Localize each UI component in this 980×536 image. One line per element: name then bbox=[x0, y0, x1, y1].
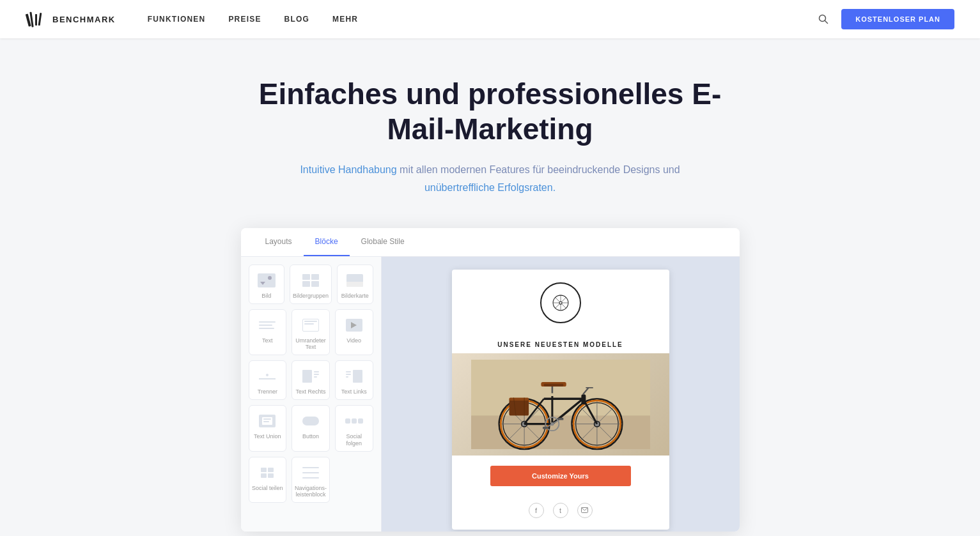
social-follow-icon bbox=[343, 412, 366, 430]
nav-item-blog[interactable]: BLOG bbox=[284, 15, 309, 24]
svg-rect-55 bbox=[509, 397, 529, 400]
kostenloser-plan-button[interactable]: KOSTENLOSER PLAN bbox=[841, 9, 954, 29]
bordered-text-icon bbox=[299, 316, 322, 334]
tab-blocke[interactable]: Blöcke bbox=[304, 228, 350, 256]
editor-body: Bild Bildergruppen bbox=[241, 257, 740, 532]
image-icon bbox=[255, 272, 278, 289]
block-text-links-label: Text Links bbox=[341, 388, 367, 395]
video-icon bbox=[343, 316, 366, 334]
block-row-4: Text Union Button bbox=[249, 405, 373, 452]
nav-icon bbox=[299, 464, 322, 482]
block-navigation[interactable]: Navigations-leistenblock bbox=[292, 457, 330, 503]
email-title-section: UNSERE NEUESTEN MODELLE bbox=[452, 336, 669, 353]
wheel-svg bbox=[552, 294, 570, 312]
email-preview: UNSERE NEUESTEN MODELLE bbox=[382, 257, 740, 532]
svg-rect-17 bbox=[471, 415, 650, 449]
block-text-union[interactable]: Text Union bbox=[249, 405, 287, 452]
tab-globale-stile[interactable]: Globale Stile bbox=[350, 228, 416, 256]
text-right-icon bbox=[299, 367, 322, 385]
svg-rect-3 bbox=[38, 13, 42, 26]
svg-line-5 bbox=[825, 21, 828, 24]
svg-line-13 bbox=[562, 304, 566, 309]
svg-line-15 bbox=[555, 304, 559, 309]
nav-item-preise[interactable]: PREISE bbox=[228, 15, 261, 24]
block-bild-label: Bild bbox=[261, 293, 271, 300]
block-social-folgen[interactable]: Social folgen bbox=[335, 405, 373, 452]
block-row-5: Social teilen Navigations-leistenblock bbox=[249, 457, 373, 503]
svg-rect-61 bbox=[543, 427, 548, 429]
twitter-icon[interactable]: t bbox=[553, 503, 568, 518]
block-text-label: Text bbox=[262, 337, 273, 344]
subtitle-middle: mit allen modernen Features für beeindru… bbox=[400, 164, 680, 175]
block-text[interactable]: Text bbox=[249, 309, 287, 356]
email-logo-section bbox=[452, 270, 669, 336]
logo-text: BENCHMARK bbox=[52, 15, 116, 24]
editor-mockup: Layouts Blöcke Globale Stile Bild bbox=[241, 228, 740, 532]
subtitle-blue-handhabung: Intuitive Handhabung bbox=[300, 164, 396, 175]
text-icon bbox=[256, 316, 279, 334]
subtitle-blue-erfolg: unübertreffliche Erfolgsraten. bbox=[424, 182, 556, 193]
logo-icon bbox=[26, 9, 46, 29]
bicycle-stamp bbox=[540, 282, 581, 323]
main-nav: FUNKTIONEN PREISE BLOG MEHR bbox=[148, 15, 819, 24]
block-video[interactable]: Video bbox=[335, 309, 373, 356]
tab-layouts[interactable]: Layouts bbox=[254, 228, 304, 256]
button-icon bbox=[299, 412, 322, 430]
email-card-title: UNSERE NEUESTEN MODELLE bbox=[462, 341, 659, 348]
block-bild[interactable]: Bild bbox=[249, 264, 284, 304]
block-video-label: Video bbox=[346, 337, 361, 344]
block-button[interactable]: Button bbox=[292, 405, 330, 452]
block-social-folgen-label: Social folgen bbox=[338, 433, 370, 447]
blocks-panel: Bild Bildergruppen bbox=[241, 257, 382, 532]
text-union-icon bbox=[256, 412, 279, 430]
block-text-rechts-label: Text Rechts bbox=[295, 388, 325, 395]
header: BENCHMARK FUNKTIONEN PREISE BLOG MEHR KO… bbox=[0, 0, 980, 38]
share-icon bbox=[256, 464, 279, 482]
block-trenner-label: Trenner bbox=[258, 388, 277, 395]
image-grid-icon bbox=[299, 272, 322, 289]
block-button-label: Button bbox=[302, 433, 319, 440]
block-bildergruppen-label: Bildergruppen bbox=[293, 293, 329, 300]
block-text-links[interactable]: Text Links bbox=[335, 360, 373, 400]
email-cta-section: Customize Yours bbox=[452, 456, 669, 496]
svg-rect-54 bbox=[509, 399, 529, 415]
logo[interactable]: BENCHMARK bbox=[26, 9, 116, 29]
mail-icon[interactable] bbox=[577, 503, 593, 518]
editor-tabs: Layouts Blöcke Globale Stile bbox=[241, 228, 740, 257]
block-text-union-label: Text Union bbox=[254, 433, 281, 440]
block-row-1: Bild Bildergruppen bbox=[249, 264, 373, 304]
search-icon bbox=[818, 14, 828, 24]
email-social-section: f t bbox=[452, 496, 669, 530]
svg-rect-62 bbox=[557, 418, 563, 420]
block-bilderkarte-label: Bilderkarte bbox=[341, 293, 369, 300]
bicycle-svg bbox=[471, 356, 650, 452]
block-navigation-label: Navigations-leistenblock bbox=[295, 485, 327, 499]
svg-line-12 bbox=[555, 297, 559, 302]
main-content: Einfaches und professionelles E-Mail-Mar… bbox=[0, 38, 980, 532]
block-umrandeter-text[interactable]: Umrandeter Text bbox=[292, 309, 330, 356]
email-card: UNSERE NEUESTEN MODELLE bbox=[452, 270, 669, 530]
svg-rect-48 bbox=[581, 394, 586, 404]
block-bildergruppen[interactable]: Bildergruppen bbox=[290, 264, 332, 304]
facebook-icon[interactable]: f bbox=[529, 503, 544, 518]
header-right: KOSTENLOSER PLAN bbox=[818, 9, 954, 29]
block-row-2: Text Umrandeter Text bbox=[249, 309, 373, 356]
image-card-icon bbox=[343, 272, 366, 289]
customize-yours-button[interactable]: Customize Yours bbox=[490, 466, 631, 486]
block-row-3: Trenner bbox=[249, 360, 373, 400]
block-bilderkarte[interactable]: Bilderkarte bbox=[337, 264, 373, 304]
nav-item-funktionen[interactable]: FUNKTIONEN bbox=[148, 15, 206, 24]
text-left-icon bbox=[343, 367, 366, 385]
block-trenner[interactable]: Trenner bbox=[249, 360, 287, 400]
block-text-rechts[interactable]: Text Rechts bbox=[292, 360, 330, 400]
block-social-teilen[interactable]: Social teilen bbox=[249, 457, 286, 503]
hero-title: Einfaches und professionelles E-Mail-Mar… bbox=[241, 77, 740, 147]
search-button[interactable] bbox=[818, 14, 828, 24]
bike-image-area bbox=[452, 353, 669, 456]
block-umrandeter-label: Umrandeter Text bbox=[295, 337, 327, 351]
svg-rect-51 bbox=[543, 383, 563, 386]
divider-icon bbox=[256, 367, 279, 385]
svg-rect-2 bbox=[35, 14, 37, 26]
nav-item-mehr[interactable]: MEHR bbox=[332, 15, 358, 24]
block-social-teilen-label: Social teilen bbox=[252, 485, 283, 492]
